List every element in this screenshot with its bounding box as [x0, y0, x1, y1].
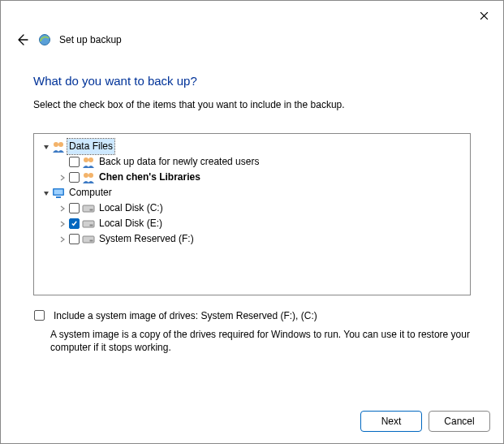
svg-rect-10	[83, 205, 94, 212]
close-button[interactable]	[474, 6, 493, 25]
system-image-label: Include a system image of drives: System…	[54, 310, 317, 321]
tree-node-new-users[interactable]: Back up data for newly created users	[37, 154, 467, 170]
tree-node-data-files[interactable]: Data Files	[37, 139, 467, 154]
svg-rect-12	[83, 221, 94, 227]
chevron-down-icon[interactable]	[41, 141, 52, 153]
checkbox-new-users[interactable]	[69, 157, 80, 167]
tree-node-computer[interactable]: Computer	[37, 185, 467, 200]
checkbox-drive-f[interactable]	[69, 234, 80, 244]
svg-point-2	[58, 142, 63, 147]
backup-tree: Data Files Back up data for newly create…	[33, 133, 471, 295]
tree-label-libraries: Chen chen's Libraries	[97, 170, 202, 185]
page-heading: What do you want to back up?	[33, 74, 471, 88]
next-button[interactable]: Next	[360, 411, 422, 432]
checkbox-drive-c[interactable]	[69, 203, 80, 213]
page-instruction: Select the check box of the items that y…	[33, 99, 471, 110]
svg-rect-13	[90, 225, 93, 226]
users-icon	[82, 156, 95, 169]
cancel-button-label: Cancel	[444, 416, 474, 427]
svg-point-6	[88, 173, 93, 178]
svg-rect-15	[90, 240, 93, 241]
chevron-down-icon[interactable]	[41, 188, 52, 199]
checkbox-libraries[interactable]	[69, 172, 80, 183]
users-icon	[52, 140, 65, 153]
content-area: What do you want to back up? Select the …	[1, 48, 503, 354]
tree-label-data-files: Data Files	[67, 139, 114, 154]
header-row: Set up backup	[1, 27, 503, 48]
back-arrow-icon	[15, 33, 28, 46]
titlebar	[1, 1, 503, 27]
svg-rect-8	[54, 189, 63, 194]
drive-icon	[82, 218, 95, 231]
svg-point-1	[54, 142, 58, 147]
tree-label-drive-e: Local Disk (E:)	[97, 216, 164, 231]
tree-label-drive-f: System Reserved (F:)	[97, 231, 196, 247]
users-icon	[82, 171, 95, 184]
system-image-description: A system image is a copy of the drives r…	[50, 328, 471, 354]
chevron-right-icon[interactable]	[57, 203, 68, 214]
next-button-label: Next	[381, 416, 402, 427]
backup-globe-icon	[38, 33, 51, 46]
tree-node-drive-e[interactable]: Local Disk (E:)	[37, 216, 467, 231]
svg-rect-11	[90, 209, 93, 210]
cancel-button[interactable]: Cancel	[429, 411, 490, 432]
chevron-right-icon[interactable]	[57, 234, 68, 245]
checkbox-system-image[interactable]	[34, 310, 45, 321]
backup-wizard-window: Set up backup What do you want to back u…	[0, 0, 504, 444]
tree-node-libraries[interactable]: Chen chen's Libraries	[37, 170, 467, 185]
monitor-icon	[52, 187, 65, 200]
drive-icon	[82, 202, 95, 215]
drive-icon	[82, 233, 95, 246]
svg-rect-9	[56, 196, 61, 198]
header-title: Set up backup	[59, 34, 122, 45]
svg-point-3	[84, 157, 88, 162]
svg-rect-14	[83, 236, 94, 243]
svg-point-4	[88, 157, 93, 162]
tree-node-drive-c[interactable]: Local Disk (C:)	[37, 200, 467, 216]
tree-label-drive-c: Local Disk (C:)	[97, 200, 165, 216]
close-icon	[480, 11, 489, 20]
checkbox-drive-e[interactable]	[69, 218, 80, 229]
tree-label-new-users: Back up data for newly created users	[97, 154, 261, 170]
tree-label-computer: Computer	[67, 185, 114, 200]
svg-point-5	[84, 173, 88, 178]
system-image-option: Include a system image of drives: System…	[33, 310, 471, 321]
tree-node-drive-f[interactable]: System Reserved (F:)	[37, 231, 467, 247]
back-button[interactable]	[14, 32, 30, 48]
footer-buttons: Next Cancel	[360, 411, 490, 432]
chevron-right-icon[interactable]	[57, 172, 68, 183]
chevron-right-icon[interactable]	[57, 218, 68, 230]
